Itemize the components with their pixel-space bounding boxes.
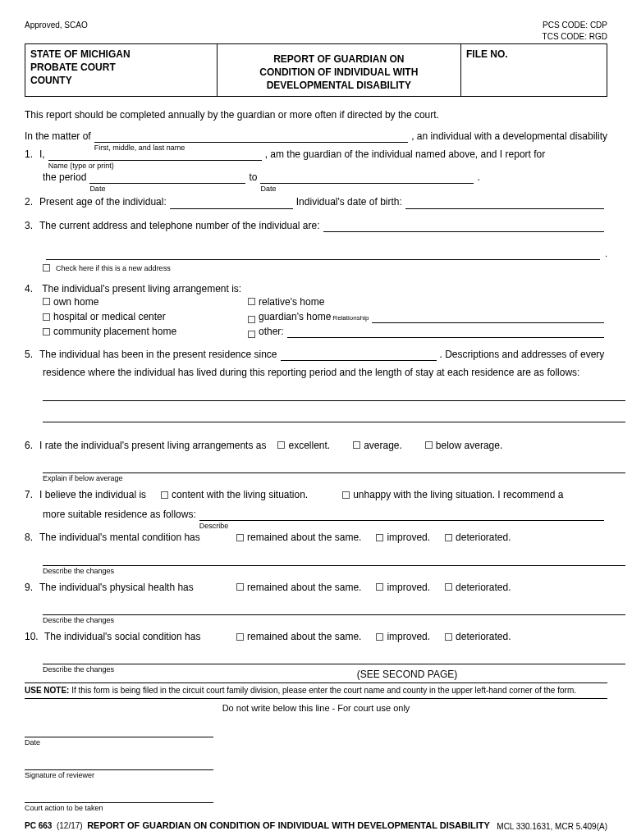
dob-field[interactable] xyxy=(405,198,604,209)
approved-label: Approved, SCAO xyxy=(25,20,88,42)
residence-since-field[interactable] xyxy=(281,349,437,361)
footer: PC 663 (12/17) REPORT OF GUARDIAN ON CON… xyxy=(25,819,607,832)
q7-row: 7. I believe the individual is content w… xyxy=(25,488,607,501)
header-box: STATE OF MICHIGAN PROBATE COURT COUNTY R… xyxy=(25,43,607,97)
date-line[interactable] xyxy=(25,723,213,737)
q7-row2: more suitable residence as follows: Desc… xyxy=(43,508,607,521)
chk-physical-same[interactable] xyxy=(236,583,244,591)
chk-social-same[interactable] xyxy=(236,633,244,641)
chk-physical-improved[interactable] xyxy=(376,583,383,591)
matter-row: In the matter of First, middle, and last… xyxy=(25,130,607,143)
court-action-line[interactable] xyxy=(25,788,213,803)
chk-mental-deteriorated[interactable] xyxy=(445,534,452,541)
county-label: COUNTY xyxy=(30,74,212,87)
q5-line2[interactable] xyxy=(43,411,625,422)
q8-row: 8. The individual's mental condition has… xyxy=(25,531,607,544)
address-field-1[interactable] xyxy=(323,221,604,232)
chk-other[interactable] xyxy=(248,331,255,338)
chk-community[interactable] xyxy=(43,328,50,336)
reviewer-signature-line[interactable] xyxy=(25,756,213,770)
q10-row: 10. The individual's social condition ha… xyxy=(25,630,607,643)
tcs-code: TCS CODE: RGD xyxy=(543,31,607,43)
see-second-page: (SEE SECOND PAGE) xyxy=(207,668,607,681)
q5-row2: residence where the individual has lived… xyxy=(43,366,607,379)
q3-row: 3. The current address and telephone num… xyxy=(25,219,607,232)
relationship-field[interactable] xyxy=(372,312,604,323)
form-revision: (12/17) xyxy=(57,821,83,830)
new-address-checkbox[interactable] xyxy=(43,264,50,272)
chk-own-home[interactable] xyxy=(43,298,50,305)
chk-relative-home[interactable] xyxy=(248,298,255,305)
q10-line[interactable] xyxy=(43,653,625,664)
mcl-reference: MCL 330.1631, MCR 5.409(A) xyxy=(497,821,607,833)
age-field[interactable] xyxy=(170,198,293,209)
q5-row1: 5. The individual has been in the presen… xyxy=(25,348,607,361)
chk-guardian-home[interactable] xyxy=(248,316,255,323)
top-codes: Approved, SCAO PCS CODE: CDP TCS CODE: R… xyxy=(25,20,607,42)
new-address-row: Check here if this is a new address xyxy=(43,262,607,274)
chk-unhappy[interactable] xyxy=(342,491,350,499)
form-number: PC 663 xyxy=(25,821,52,830)
period-end-field[interactable]: Date xyxy=(260,172,474,184)
period-start-field[interactable]: Date xyxy=(89,172,245,184)
q1-row2: the period Date to Date . xyxy=(43,171,607,184)
court-only-label: Do not write below this line - For court… xyxy=(25,702,607,714)
q6-explain-line[interactable] xyxy=(43,462,625,473)
state-label: STATE OF MICHIGAN xyxy=(30,48,212,61)
chk-average[interactable] xyxy=(353,441,360,449)
other-field[interactable] xyxy=(287,326,604,338)
chk-below-average[interactable] xyxy=(425,441,433,449)
q9-line[interactable] xyxy=(43,604,625,615)
address-line2: . xyxy=(43,237,607,260)
chk-physical-deteriorated[interactable] xyxy=(445,583,452,591)
q4-options: own home relative's home hospital or med… xyxy=(43,295,607,339)
court-label: PROBATE COURT xyxy=(30,61,212,74)
residence-describe-field[interactable]: Describe xyxy=(199,509,604,521)
q2-row: 2. Present age of the individual: Indivi… xyxy=(25,195,607,208)
chk-social-deteriorated[interactable] xyxy=(445,633,452,641)
chk-hospital[interactable] xyxy=(43,313,50,321)
q9-row: 9. The individual's physical health has … xyxy=(25,581,607,594)
chk-content[interactable] xyxy=(161,491,168,499)
q5-line1[interactable] xyxy=(43,390,625,401)
footer-title: REPORT OF GUARDIAN ON CONDITION OF INDIV… xyxy=(87,820,490,830)
header-title: REPORT OF GUARDIAN ON CONDITION OF INDIV… xyxy=(218,44,461,96)
header-left: STATE OF MICHIGAN PROBATE COURT COUNTY xyxy=(25,44,218,96)
q8-line[interactable] xyxy=(43,555,625,566)
chk-social-improved[interactable] xyxy=(376,633,383,641)
chk-mental-improved[interactable] xyxy=(376,534,383,541)
use-note: USE NOTE: If this form is being filed in… xyxy=(25,682,607,699)
file-no-cell: FILE NO. xyxy=(461,44,607,96)
file-no-label: FILE NO. xyxy=(466,48,602,61)
q10-caption-row: Describe the changes (SEE SECOND PAGE) xyxy=(25,664,607,681)
q1-row1: 1. I, Name (type or print) , am the guar… xyxy=(25,148,607,161)
address-field-2[interactable] xyxy=(46,249,600,260)
q4-row: 4. The individual's present living arran… xyxy=(25,282,607,295)
matter-name-field[interactable]: First, middle, and last name xyxy=(94,131,408,143)
pcs-code: PCS CODE: CDP xyxy=(543,20,607,31)
guardian-name-field[interactable]: Name (type or print) xyxy=(48,149,262,161)
intro-text: This report should be completed annually… xyxy=(25,108,607,121)
chk-mental-same[interactable] xyxy=(236,534,244,541)
q6-row: 6. I rate the individual's present livin… xyxy=(25,439,607,452)
chk-excellent[interactable] xyxy=(277,441,285,449)
